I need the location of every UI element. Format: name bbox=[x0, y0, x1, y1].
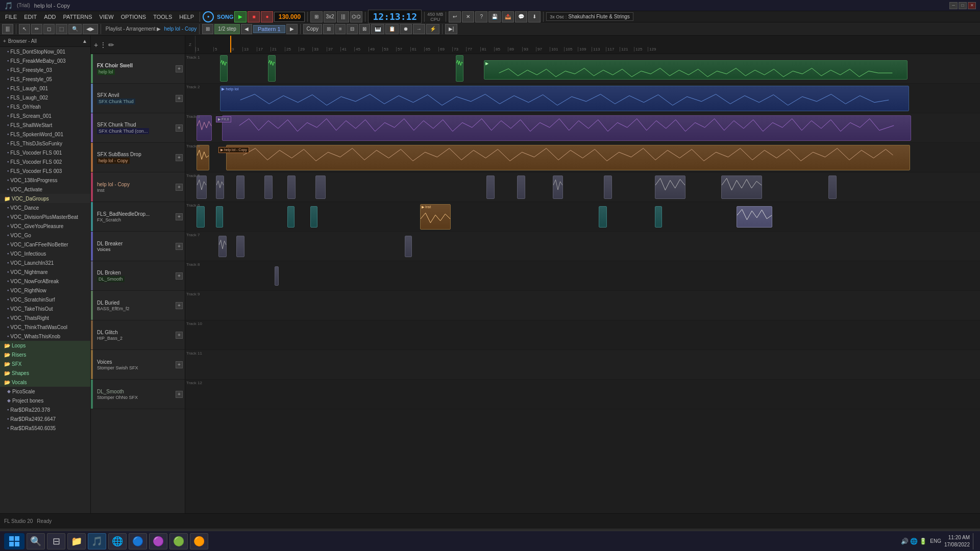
sidebar-item-voc-division[interactable]: ▪ VOC_DivisionPlusMasterBeat bbox=[0, 212, 90, 221]
clip-t4-main[interactable] bbox=[226, 145, 910, 170]
track-add-9[interactable]: + bbox=[176, 302, 183, 309]
clip-t5-4[interactable] bbox=[264, 176, 273, 199]
grid-btn1[interactable]: ⊞ bbox=[323, 24, 334, 34]
taskbar-app1[interactable]: 🟣 bbox=[149, 533, 167, 549]
clip-t5-10[interactable] bbox=[604, 176, 612, 199]
clip-t6-1[interactable] bbox=[197, 206, 205, 228]
clip-t5-1[interactable] bbox=[197, 176, 207, 199]
browser-scroll-up[interactable]: ▲ bbox=[82, 38, 87, 44]
track-add-11[interactable]: + bbox=[176, 361, 183, 368]
taskbar-file-explorer[interactable]: 📁 bbox=[67, 533, 86, 549]
sidebar-item-fls-laugh2[interactable]: ▪ FLS_Laugh_002 bbox=[0, 93, 90, 102]
taskbar-app3[interactable]: 🟠 bbox=[190, 533, 208, 549]
sidebar-item-voc-give[interactable]: ▪ VOC_GiveYouPleasure bbox=[0, 221, 90, 231]
clip-t7-1[interactable] bbox=[218, 236, 227, 257]
sidebar-item-voc-activate[interactable]: ▪ VOC_Activate bbox=[0, 185, 90, 194]
sidebar-rar1[interactable]: ▪ Rar$DRa220.378 bbox=[0, 405, 90, 414]
track-add-12[interactable]: + bbox=[176, 391, 183, 398]
track-add-7[interactable]: + bbox=[176, 243, 183, 250]
save-button[interactable]: 💾 bbox=[488, 11, 501, 22]
sidebar-item-voc-138[interactable]: ▪ VOC_138InProgress bbox=[0, 176, 90, 185]
clip-t6-2[interactable] bbox=[216, 206, 223, 228]
stop-button[interactable]: ■ bbox=[248, 11, 260, 22]
clip-t5-9[interactable] bbox=[553, 176, 563, 199]
trig-btn[interactable]: ⚡ bbox=[426, 24, 439, 34]
sidebar-item-fls-dj[interactable]: ▪ FLS_ThisDJisSoFunky bbox=[0, 139, 90, 148]
sidebar-projbones[interactable]: ◆ Project bones bbox=[0, 396, 90, 405]
clip-t3-1[interactable] bbox=[197, 115, 212, 141]
sidebar-cat-sfx[interactable]: 📂 SFX bbox=[0, 359, 90, 368]
snap-toggle[interactable]: ⊞ bbox=[202, 24, 213, 34]
sidebar-item-fls-voc3[interactable]: ▪ FLS_Vocoder FLS 003 bbox=[0, 166, 90, 176]
sidebar-item-voc-launch[interactable]: ▪ VOC_LaunchIn321 bbox=[0, 258, 90, 267]
menu-view[interactable]: VIEW bbox=[96, 13, 117, 21]
clip-t5-2[interactable] bbox=[216, 176, 224, 199]
tool-select[interactable]: ⬚ bbox=[56, 24, 67, 34]
pattern-selector[interactable]: Pattern 1 bbox=[253, 25, 285, 33]
grid-btn4[interactable]: ⊠ bbox=[359, 24, 370, 34]
taskbar-browser[interactable]: 🌐 bbox=[108, 533, 127, 549]
sidebar-item-voc-nowfor[interactable]: ▪ VOC_NowForABreak bbox=[0, 277, 90, 286]
sidebar-item-fls-dontstop[interactable]: ▪ FLS_DontStopNow_001 bbox=[0, 47, 90, 56]
sidebar-rar3[interactable]: ▪ Rar$DRa5540.6035 bbox=[0, 423, 90, 433]
sidebar-item-fls-voc1[interactable]: ▪ FLS_Vocoder FLS 001 bbox=[0, 148, 90, 157]
taskbar-search[interactable]: 🔍 bbox=[27, 533, 45, 549]
sidebar-item-voc-whats[interactable]: ▪ VOC_WhatsThisKnob bbox=[0, 332, 90, 341]
clip-t5-8[interactable] bbox=[517, 176, 525, 199]
mode-btn-2[interactable]: ||| bbox=[337, 11, 349, 22]
question-button[interactable]: ? bbox=[475, 11, 487, 22]
clip-t6-6[interactable] bbox=[655, 206, 662, 228]
tool-pencil[interactable]: ✏ bbox=[31, 24, 42, 34]
taskbar-music[interactable]: 🎵 bbox=[88, 533, 106, 549]
sidebar-item-voc-nightmare[interactable]: ▪ VOC_Nightmare bbox=[0, 267, 90, 277]
start-button[interactable] bbox=[4, 533, 24, 549]
tool-zoom[interactable]: 🔍 bbox=[68, 24, 82, 34]
download-button[interactable]: ⬇ bbox=[528, 11, 541, 22]
clip-t1-1[interactable] bbox=[220, 55, 228, 82]
sidebar-item-voc-thats[interactable]: ▪ VOC_ThatsRight bbox=[0, 313, 90, 322]
taskbar-taskview[interactable]: ⊟ bbox=[47, 533, 65, 549]
clip-t6-3[interactable] bbox=[287, 206, 295, 228]
clip-t3-main[interactable] bbox=[222, 115, 911, 141]
bpm-display[interactable]: 130.000 bbox=[274, 12, 305, 22]
record-button[interactable]: ● bbox=[261, 11, 273, 22]
clip-t5-7[interactable] bbox=[486, 176, 495, 199]
sidebar-group-dagroups[interactable]: 📁 VOC_DaGroups bbox=[0, 194, 90, 203]
play-button[interactable]: ▶ bbox=[234, 11, 247, 22]
sidebar-item-voc-scratchin[interactable]: ▪ VOC_ScratchinSurf bbox=[0, 295, 90, 304]
menu-add[interactable]: ADD bbox=[41, 13, 59, 21]
minimize-button[interactable]: ─ bbox=[949, 2, 958, 9]
menu-options[interactable]: OPTIONS bbox=[118, 13, 150, 21]
tool-erase[interactable]: ◻ bbox=[43, 24, 55, 34]
piano-btn[interactable]: 🎹 bbox=[371, 24, 384, 34]
copy-btn[interactable]: Copy bbox=[303, 24, 322, 34]
sidebar-item-fls-shall[interactable]: ▪ FLS_ShallWeStart bbox=[0, 120, 90, 130]
taskbar-app2[interactable]: 🟢 bbox=[169, 533, 188, 549]
clip-t1-3[interactable] bbox=[456, 55, 463, 82]
sidebar-item-voc-ican[interactable]: ▪ VOC_ICanFFeelNoBetter bbox=[0, 240, 90, 249]
redo-button[interactable]: ✕ bbox=[462, 11, 474, 22]
track-add-1[interactable]: + bbox=[176, 65, 183, 72]
grid-btn3[interactable]: ⊟ bbox=[347, 24, 358, 34]
clip-t6-light[interactable] bbox=[737, 206, 772, 228]
channel-options-button[interactable]: ⋮ bbox=[100, 41, 107, 49]
sidebar-rar2[interactable]: ▪ Rar$DRa2492.6647 bbox=[0, 414, 90, 423]
mode-btn-1[interactable]: 3x2 bbox=[324, 11, 336, 22]
close-button[interactable]: ✕ bbox=[968, 2, 976, 9]
clip-t5-3[interactable] bbox=[236, 176, 244, 199]
track-add-4[interactable]: + bbox=[176, 154, 183, 161]
undo-button[interactable]: ↩ bbox=[449, 11, 461, 22]
track-add-6[interactable]: + bbox=[176, 213, 183, 220]
menu-patterns[interactable]: PATTERNS bbox=[60, 13, 95, 21]
track-add-8[interactable]: + bbox=[176, 272, 183, 280]
clip-t7-2[interactable] bbox=[236, 236, 244, 257]
sidebar-item-voc-go[interactable]: ▪ VOC_Go bbox=[0, 231, 90, 240]
sidebar-item-fls-freestyle3[interactable]: ▪ FLS_Freestyle_03 bbox=[0, 65, 90, 74]
clip-t1-2[interactable] bbox=[268, 55, 276, 82]
maximize-button[interactable]: □ bbox=[959, 2, 967, 9]
chat-button[interactable]: 💬 bbox=[515, 11, 527, 22]
sidebar-item-fls-freakme[interactable]: ▪ FLS_FreakMeBaby_003 bbox=[0, 56, 90, 65]
sidebar-item-fls-spoken[interactable]: ▪ FLS_SpokenWord_001 bbox=[0, 130, 90, 139]
clip-t7-3[interactable] bbox=[405, 236, 412, 257]
grid-btn2[interactable]: ≡ bbox=[335, 24, 346, 34]
